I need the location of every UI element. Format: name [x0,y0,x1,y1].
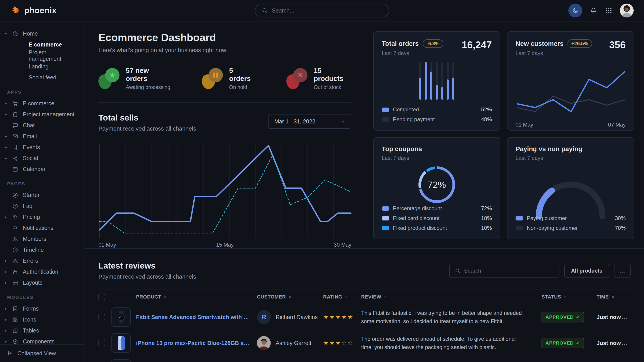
notifications-button[interactable] [590,6,598,14]
caret-right-icon: ▸ [5,339,12,344]
new-customers-value: 356 [609,39,626,50]
sidebar-item-project-management-dashboard[interactable]: Project management [5,50,80,61]
sidebar-item-home[interactable]: ▾ Home [5,28,80,39]
warning-triangle-icon [12,258,23,264]
top-navbar: phoenix [0,0,644,21]
sidebar-item-events[interactable]: ▸ Events [5,142,80,153]
sidebar-item-errors[interactable]: ▸ Errors [5,255,80,266]
all-products-button[interactable]: All products [564,264,609,278]
moon-icon [572,7,579,14]
sidebar-item-members[interactable]: Members [5,233,80,244]
bell-icon [590,6,598,14]
sidebar-item-email[interactable]: ▸ Email [5,131,80,142]
chevron-down-icon [340,119,345,124]
row-checkbox[interactable] [98,314,105,321]
select-all-checkbox[interactable] [98,294,105,300]
sidebar-item-icons[interactable]: ▸ Icons [5,314,80,325]
user-avatar[interactable] [620,3,634,17]
sidebar-item-forms[interactable]: ▸ Forms [5,303,80,314]
check-icon: ✓ [576,314,580,320]
collapse-sidebar-button[interactable]: Collapsed View [0,344,84,362]
sidebar-item-landing[interactable]: Landing [5,61,80,72]
sidebar-item-faq[interactable]: Faq [5,201,80,212]
dashboard-overview: Ecommerce Dashboard Here's what's going … [85,21,365,248]
theme-toggle-button[interactable] [568,3,582,17]
sidebar-item-social[interactable]: ▸ Social [5,153,80,164]
question-circle-icon [12,203,23,209]
pause-icon [202,68,223,89]
row-menu-button[interactable]: ... [622,314,630,320]
sidebar-item-pricing[interactable]: ▸ Pricing [5,212,80,223]
column-customer[interactable]: CUSTOMER [257,294,323,300]
sidebar-section-apps: APPS [7,90,80,95]
share-icon [12,155,23,161]
clipboard-icon [12,111,23,118]
latest-reviews-title: Latest reviews [98,261,196,271]
caret-right-icon: ▸ [5,328,12,333]
column-product[interactable]: PRODUCT [136,294,257,300]
column-review[interactable]: REVIEW [361,294,542,300]
check-icon: ✓ [576,340,580,346]
global-search[interactable] [255,3,389,17]
sidebar-item-components[interactable]: ▸ Components [5,336,80,344]
customer-cell[interactable]: Ashley Garrett [257,336,323,350]
product-thumbnail[interactable] [112,359,131,362]
sidebar-item-chat[interactable]: Chat [5,120,80,131]
new-customers-line-chart: 01 May 07 May [516,66,626,128]
sidebar-item-starter[interactable]: Starter [5,190,80,201]
star-filled-icon: ★ [329,340,335,346]
star-empty-icon: ☆ [348,340,354,346]
reviews-search[interactable] [449,264,560,278]
sidebar-item-tables[interactable]: ▸ Tables [5,325,80,336]
sidebar-item-social-feed[interactable]: Social feed [5,72,80,83]
legend-pending-payment: Pending payment 48% [382,114,492,124]
sort-icon [163,295,167,299]
sidebar-item-ecommerce[interactable]: ▸ E commerce [5,98,80,109]
stat-orders-on-hold: 5 orders On hold [202,67,255,90]
customer-avatar: R [257,310,271,324]
legend-swatch [516,216,523,220]
product-thumbnail[interactable] [112,308,131,327]
caret-right-icon: ▸ [5,317,12,322]
sidebar-item-calendar[interactable]: Calendar [5,164,80,175]
sidebar-item-project-management[interactable]: ▸ Project management [5,109,80,120]
sidebar-item-authentication[interactable]: ▸ Authentication [5,266,80,277]
legend-fixed-card-discount: Fixed card discount 18% [382,213,492,223]
sort-icon [344,295,348,299]
caret-right-icon: ▸ [5,269,12,274]
product-thumbnail[interactable] [112,333,131,353]
paying-vs-nonpaying-card: Paying vs non paying Last 7 days Paying … [507,137,634,239]
global-search-input[interactable] [272,7,382,14]
caret-right-icon: ▸ [5,101,12,106]
sidebar-item-ecommerce-dashboard[interactable]: E commerce [5,39,80,50]
sidebar-item-notifications[interactable]: Notifications [5,223,80,233]
column-rating[interactable]: RATING [323,294,361,300]
table-row: Fitbit Sense Advanced Smartwatch with To… [98,304,630,330]
star-filled-icon: ★ [335,340,341,346]
legend-swatch [382,216,389,220]
sidebar-item-layouts[interactable]: ▸ Layouts [5,277,80,288]
pie-chart-icon [12,31,23,37]
product-link[interactable]: iPhone 13 pro max-Pacific Blue-128GB sto… [136,340,257,346]
product-link[interactable]: Fitbit Sense Advanced Smartwatch with To… [136,314,257,321]
table-row-partial [98,356,630,362]
divider [98,102,351,103]
customer-cell[interactable]: R Richard Dawkins [257,310,323,324]
sidebar-nav: ▾ Home E commerce Project management Lan… [0,21,84,344]
smartwatch-image [113,309,129,325]
reviews-search-input[interactable] [464,268,554,274]
column-time[interactable]: TIME [596,294,622,300]
reviews-table: PRODUCT CUSTOMER RATING REVIEW STATUS [98,290,630,362]
reviews-more-button[interactable]: ... [614,264,630,278]
caret-right-icon: ▸ [5,134,12,139]
row-menu-button[interactable]: ... [622,340,630,346]
total-sells-chart: 01 May 15 May 30 May [98,142,351,248]
column-status[interactable]: STATUS [542,294,596,300]
sidebar-item-timeline[interactable]: Timeline [5,244,80,255]
legend-fixed-product-discount: Fixed product discount 10% [382,223,492,233]
row-checkbox[interactable] [98,340,105,346]
brand-logo[interactable]: phoenix [10,5,56,16]
apps-menu-button[interactable] [604,6,613,14]
legend-swatch [382,117,389,122]
date-range-select[interactable]: Mar 1 - 31, 2022 [268,114,351,129]
